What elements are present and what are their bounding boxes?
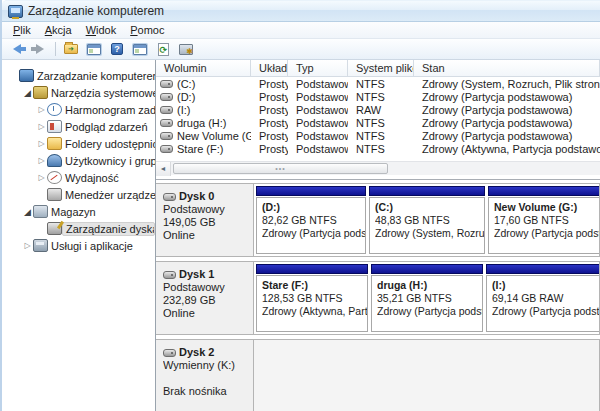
tree-expander-icon[interactable]: ▷: [36, 156, 47, 165]
volume-type: Podstawowy: [288, 91, 348, 103]
partition-block[interactable]: druga (H:)35,21 GB NTFSZdrowy (Partycja …: [371, 264, 483, 332]
tree-item-storage[interactable]: ◢Magazyn: [4, 203, 155, 220]
tree-item-label: Narzędzia systemowe: [48, 87, 155, 99]
computer-icon: [19, 69, 34, 82]
partition-color-bar: [256, 264, 368, 274]
partition-block[interactable]: (I:)69,14 GB RAWZdrowy (Partycja podstaw…: [486, 264, 599, 332]
partition-name: New Volume (G:): [494, 201, 599, 214]
tree-expander-icon[interactable]: ▷: [22, 241, 33, 250]
volume-row[interactable]: (D:)ProstyPodstawowyNTFSZdrowy (Partycja…: [156, 90, 600, 103]
volume-drive-icon: [160, 132, 173, 140]
partition-block[interactable]: Stare (F:)128,53 GB NTFSZdrowy (Aktywna,…: [256, 264, 368, 332]
volume-fs: NTFS: [348, 143, 414, 155]
volume-row[interactable]: Stare (F:)ProstyPodstawowyNTFSZdrowy (Ak…: [156, 142, 600, 155]
tree-item-services[interactable]: ▷Usługi i aplikacje: [4, 237, 155, 254]
partition-color-bar: [488, 186, 599, 196]
menu-item-plik[interactable]: Plik: [6, 23, 38, 37]
toolbar-separator: [55, 42, 56, 56]
menu-item-pomoc[interactable]: Pomoc: [123, 23, 171, 37]
rescan-disks-button[interactable]: [176, 40, 196, 58]
column-header-4[interactable]: Stan: [414, 60, 600, 76]
tree-item-users[interactable]: ▷Użytkownicy i grupy lok: [4, 152, 155, 169]
partition-status: Zdrowy (Partycja podstawo: [262, 227, 365, 240]
disk-size: [163, 372, 249, 385]
help-icon: ?: [111, 43, 123, 55]
tree-expander-icon[interactable]: ▷: [36, 105, 47, 114]
volume-layout: Prosty: [251, 78, 288, 90]
volume-row[interactable]: New Volume (G:)ProstyPodstawowyNTFSZdrow…: [156, 129, 600, 142]
partition-name: druga (H:): [377, 279, 482, 292]
volume-name: (C:): [156, 78, 251, 90]
partition-color-bar: [256, 186, 366, 196]
disk-size: 232,89 GB: [163, 294, 249, 307]
partition-status: Zdrowy (Partycja podstawo: [492, 305, 599, 318]
tree-item-event[interactable]: ▷Podgląd zdarzeń: [4, 118, 155, 135]
tree-item-tools[interactable]: ◢Narzędzia systemowe: [4, 84, 155, 101]
tree-item-shared[interactable]: ▷Foldery udostępnione: [4, 135, 155, 152]
console-tree-button[interactable]: [84, 40, 104, 58]
volume-name-text: (D:): [177, 91, 195, 103]
partition-info: druga (H:)35,21 GB NTFSZdrowy (Partycja …: [371, 275, 483, 332]
scrollbar-left-arrow[interactable]: ◄: [156, 162, 171, 176]
volume-row[interactable]: druga (H:)ProstyPodstawowyNTFSZdrowy (Pa…: [156, 116, 600, 129]
volume-fs: NTFS: [348, 130, 414, 142]
partition-name: Stare (F:): [262, 279, 367, 292]
column-header-1[interactable]: Układ: [251, 60, 288, 76]
tree-expander-icon[interactable]: ▷: [36, 139, 47, 148]
tree-item-computer[interactable]: Zarządzanie komputerem (loka: [4, 67, 155, 84]
partition-block[interactable]: (C:)48,83 GB NTFSZdrowy (System, Rozruch…: [369, 186, 485, 254]
partition-info: (C:)48,83 GB NTFSZdrowy (System, Rozruch…: [369, 197, 485, 254]
volume-drive-icon: [160, 119, 173, 127]
tree-item-diskmgmt[interactable]: Zarządzanie dyskami: [4, 220, 155, 237]
disk-label-1[interactable]: Dysk 1Podstawowy232,89 GBOnline: [156, 262, 254, 334]
partition-block[interactable]: (D:)82,62 GB NTFSZdrowy (Partycja podsta…: [256, 186, 366, 254]
clock-icon: [47, 103, 62, 116]
up-level-button[interactable]: [61, 40, 81, 58]
menu-item-widok[interactable]: Widok: [79, 23, 124, 37]
partition-size_fs: 17,60 GB NTFS: [494, 214, 599, 227]
tree-expander-icon[interactable]: ◢: [22, 207, 33, 217]
column-header-0[interactable]: Wolumin: [156, 60, 251, 76]
perf-icon: [47, 171, 62, 184]
volume-row[interactable]: (I:)ProstyPodstawowyRAWZdrowy (Partycja …: [156, 103, 600, 116]
volume-name-text: druga (H:): [177, 117, 227, 129]
storage-icon: [33, 205, 48, 218]
details-pane: WoluminUkładTypSystem plikówStan (C:)Pro…: [156, 60, 600, 411]
volume-layout: Prosty: [251, 117, 288, 129]
column-header-3[interactable]: System plików: [348, 60, 414, 76]
refresh-button[interactable]: [153, 40, 173, 58]
title-bar[interactable]: Zarządzanie komputerem: [2, 0, 600, 22]
volume-status: Zdrowy (Partycja podstawowa): [414, 130, 600, 142]
tree-item-label: Podgląd zdarzeń: [62, 121, 148, 133]
tree-expander-icon[interactable]: ▷: [36, 173, 47, 182]
partition-block[interactable]: New Volume (G:)17,60 GB NTFSZdrowy (Part…: [488, 186, 599, 254]
volume-fs: RAW: [348, 104, 414, 116]
forward-button[interactable]: [30, 40, 50, 58]
services-icon: [33, 239, 48, 252]
main-area: Zarządzanie komputerem (loka◢Narzędzia s…: [4, 60, 600, 411]
tree-expander-icon[interactable]: ▷: [36, 122, 47, 131]
horizontal-scrollbar[interactable]: ◄ •••: [156, 161, 600, 175]
console-tree: Zarządzanie komputerem (loka◢Narzędzia s…: [4, 60, 156, 411]
disk-status: Online: [163, 307, 249, 320]
tree-item-device[interactable]: Menedżer urządzeń: [4, 186, 155, 203]
volume-status: Zdrowy (Partycja podstawowa): [414, 91, 600, 103]
disk-status: Online: [163, 229, 249, 242]
tree-item-clock[interactable]: ▷Harmonogram zadań: [4, 101, 155, 118]
column-header-2[interactable]: Typ: [288, 60, 348, 76]
disk-label-0[interactable]: Dysk 0Podstawowy149,05 GBOnline: [156, 184, 254, 256]
tree-item-perf[interactable]: ▷Wydajność: [4, 169, 155, 186]
partition-size_fs: 82,62 GB NTFS: [262, 214, 365, 227]
scrollbar-thumb[interactable]: •••: [173, 163, 388, 174]
volume-row[interactable]: (C:)ProstyPodstawowyNTFSZdrowy (System, …: [156, 77, 600, 90]
action-pane-button[interactable]: [130, 40, 150, 58]
rescan-disks-icon: [179, 44, 193, 55]
console-tree-window-icon: [87, 44, 101, 55]
back-button[interactable]: [7, 40, 27, 58]
menu-item-akcja[interactable]: Akcja: [38, 23, 79, 37]
folder-up-icon: [64, 44, 78, 54]
help-button[interactable]: ?: [107, 40, 127, 58]
tree-item-label: Użytkownicy i grupy lok: [62, 155, 155, 167]
tree-expander-icon[interactable]: ◢: [22, 88, 33, 98]
disk-label-2[interactable]: Dysk 2Wymienny (K:) Brak nośnika: [156, 340, 254, 411]
